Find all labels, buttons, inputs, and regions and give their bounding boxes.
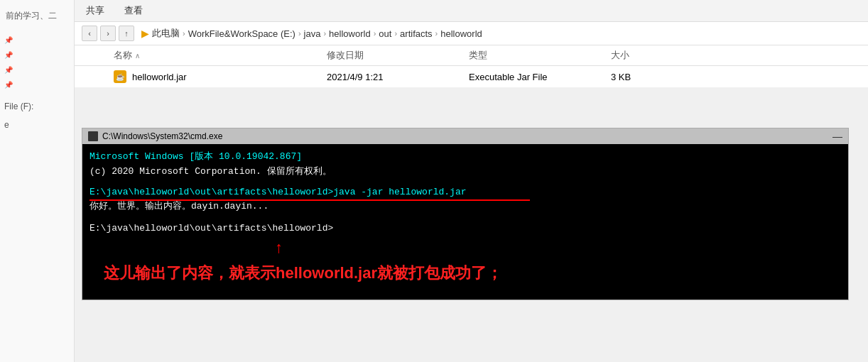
cmd-title-text: C:\Windows\System32\cmd.exe — [102, 131, 222, 141]
breadcrumb-helloworld[interactable]: helloworld — [329, 28, 371, 39]
share-button[interactable]: 共享 — [83, 3, 107, 18]
breadcrumb-drive[interactable]: WorkFile&WorkSpace (E:) — [188, 28, 295, 39]
cmd-line-5: E:\java\helloworld\out\artifacts\hellowo… — [89, 221, 841, 236]
cmd-command-area: E:\java\helloworld\out\artifacts\hellowo… — [89, 185, 841, 222]
left-panel: 前的学习、二 📌 📌 📌 📌 File (F): e — [0, 0, 75, 362]
file-size-cell: 3 KB — [611, 72, 682, 82]
up-button[interactable]: ↑ — [119, 26, 134, 41]
left-pin-e: e — [4, 120, 70, 130]
breadcrumb-java[interactable]: java — [304, 28, 321, 39]
cmd-body: Microsoft Windows [版本 10.0.19042.867] (c… — [82, 144, 848, 300]
main-content: 共享 查看 ‹ › ↑ ▶ 此电脑 › WorkFile&WorkSpace (… — [75, 0, 868, 88]
breadcrumb-helloworld2[interactable]: helloworld — [440, 28, 482, 39]
cmd-titlebar: C:\Windows\System32\cmd.exe — — [82, 128, 848, 144]
file-modified-cell: 2021/4/9 1:21 — [327, 72, 469, 82]
cmd-title-left: C:\Windows\System32\cmd.exe — [88, 131, 222, 141]
back-button[interactable]: ‹ — [82, 26, 97, 41]
cmd-line-2: (c) 2020 Microsoft Corporation. 保留所有权利。 — [89, 165, 841, 180]
sep-4: › — [374, 29, 376, 38]
table-row[interactable]: ☕ helloworld.jar 2021/4/9 1:21 Executabl… — [75, 66, 868, 88]
breadcrumb-out[interactable]: out — [379, 28, 391, 39]
sort-arrow-icon: ∧ — [135, 52, 140, 60]
cmd-minimize-button[interactable]: — — [832, 131, 842, 142]
sep-2: › — [298, 29, 301, 38]
pin-icon-4: 📌 — [4, 81, 67, 89]
red-underline-annotation — [89, 199, 530, 201]
breadcrumb-bar: ‹ › ↑ ▶ 此电脑 › WorkFile&WorkSpace (E:) › … — [75, 22, 868, 45]
sep-5: › — [394, 29, 397, 38]
arrow-container: ↑ — [89, 236, 841, 258]
sep-3: › — [323, 29, 326, 38]
cmd-line-4: 你好。世界。输出内容。dayin.dayin... — [89, 199, 841, 214]
forward-button[interactable]: › — [100, 26, 116, 41]
sep-1: › — [183, 29, 185, 38]
left-item-study: 前的学习、二 — [4, 6, 70, 26]
pin-icon-3: 📌 — [4, 66, 67, 74]
col-modified[interactable]: 修改日期 — [327, 49, 469, 62]
cmd-app-icon — [88, 131, 98, 141]
cmd-window: C:\Windows\System32\cmd.exe — Microsoft … — [82, 128, 849, 300]
cmd-line-1: Microsoft Windows [版本 10.0.19042.867] — [89, 150, 841, 165]
breadcrumb-artifacts[interactable]: artifacts — [400, 28, 433, 39]
cmd-controls: — — [832, 131, 842, 142]
col-name[interactable]: 名称 ∧ — [114, 49, 327, 62]
jar-file-icon: ☕ — [114, 70, 126, 83]
breadcrumb-this-pc[interactable]: 此电脑 — [152, 27, 180, 40]
nav-arrows: ‹ › ↑ — [82, 26, 134, 41]
file-list-header: 名称 ∧ 修改日期 类型 大小 — [75, 45, 868, 66]
pin-icon-2: 📌 — [4, 51, 67, 59]
pin-icon-1: 📌 — [4, 36, 67, 44]
col-type[interactable]: 类型 — [469, 49, 611, 62]
file-type-cell: Executable Jar File — [469, 72, 611, 82]
cmd-line-3: E:\java\helloworld\out\artifacts\hellowo… — [89, 185, 841, 200]
toolbar-row: 共享 查看 — [75, 0, 868, 22]
left-item-file: File (F): — [4, 102, 70, 111]
view-button[interactable]: 查看 — [121, 3, 146, 18]
file-name-cell: ☕ helloworld.jar — [114, 70, 327, 83]
folder-icon: ▶ — [141, 28, 149, 39]
col-size[interactable]: 大小 — [611, 49, 682, 62]
cmd-annotation-text: 这儿输出了内容，就表示helloworld.jar就被打包成功了； — [89, 258, 841, 294]
red-arrow-icon: ↑ — [274, 236, 283, 261]
sep-6: › — [435, 29, 438, 38]
